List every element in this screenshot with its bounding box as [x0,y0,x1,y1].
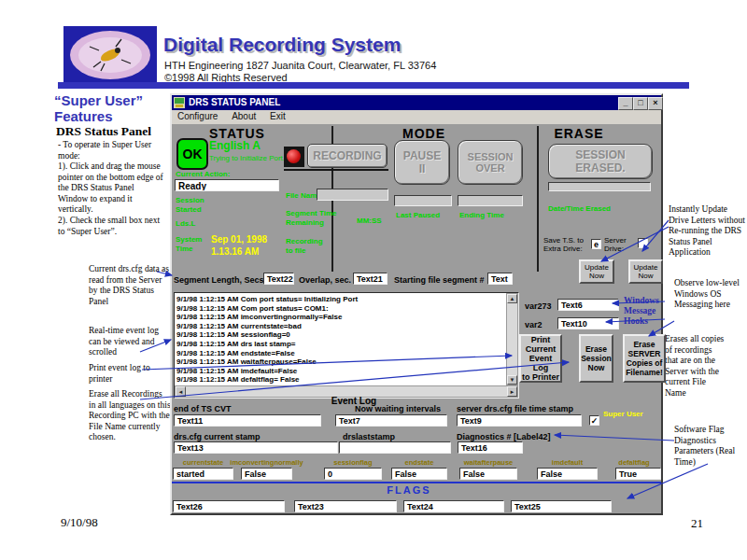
flag-header: defaltflag [601,458,667,467]
server-stamp-field[interactable]: Text9 [457,414,582,427]
bottom-text-field[interactable]: Text23 [294,500,397,512]
starting-segment-label: Starting file segment # [394,275,485,285]
log-line: 9/1/98 1:12:15 AM Com port status= COM1: [176,304,494,314]
waiting-intervals-label: Now waiting intervals [355,404,441,413]
server-drive-checkbox[interactable] [638,238,648,248]
port-message: Trying to Initialize Port. [209,154,285,163]
print-event-log-button[interactable]: Print Current Event Log to Printer [519,334,562,383]
section-divider [537,126,539,272]
fly-logo-icon [63,26,157,84]
starting-segment-field[interactable]: Text [487,273,513,285]
scroll-down-icon[interactable]: ▼ [507,375,517,385]
flags-divider-line [172,482,661,483]
window-titlebar[interactable]: DRS STATUS PANEL _ □ × [172,95,661,110]
recording-button[interactable]: RECORDING [307,144,388,168]
update-now-button-1[interactable]: Update Now [579,259,614,284]
instructions-text: - To operate in Super User mode: 1). Cli… [58,140,164,237]
annotation-software-flags: Software Flag Diagnostics Parameters (Re… [674,425,741,468]
segment-time-value: MM:SS [357,217,382,226]
menu-exit[interactable]: Exit [264,110,291,122]
save-ts-label: Save T.S. to Extra Drive: [543,236,584,253]
flag-value-field[interactable]: started [173,468,233,480]
flag-value-field[interactable]: True [615,468,661,480]
scroll-left-icon[interactable]: ◄ [176,386,186,397]
erase-server-copies-button[interactable]: Erase SERVER Copies of Filename! [623,334,666,383]
bottom-text-field[interactable]: Text25 [511,500,612,512]
var273-field[interactable]: Text6 [557,299,619,311]
drs-status-panel-window: DRS STATUS PANEL _ □ × Configure About E… [170,93,663,515]
maximize-button[interactable]: □ [633,97,648,110]
var2-field[interactable]: Text10 [557,317,619,329]
current-action-label: Current Action: [176,170,230,179]
vertical-scrollbar[interactable]: ▲ ▼ [506,293,518,385]
end-ts-cvt-field[interactable]: Text11 [174,414,321,427]
server-drive-label: Server Drive: [604,236,627,253]
scroll-right-icon[interactable]: ► [507,386,517,397]
super-user-checkbox[interactable]: ✓ [589,415,599,426]
erase-session-now-button[interactable]: Erase Session Now [579,334,613,383]
slide-heading: “Super User” Features [54,93,176,125]
bottom-text-field[interactable]: Text26 [173,500,285,512]
log-line: 9/1/98 1:12:15 AM sessionflag=0 [176,330,494,340]
flag-value-field[interactable]: False [537,468,598,480]
diagnostics-field[interactable]: Text16 [458,441,523,454]
var273-label: var273 [525,301,552,311]
log-line: 9/1/98 1:12:15 AM Com port status= Initi… [176,295,494,304]
system-date-value: Sep 01, 1998 [211,234,267,245]
erase-section-heading: ERASE [542,126,616,141]
drslaststamp-field[interactable] [339,441,451,454]
annotation-drscfg: Current drs.cfg data as read from the Se… [89,264,171,307]
app-icon [174,97,185,108]
log-line: 9/1/98 1:12:15 AM drs last stamp= [176,340,494,349]
menu-configure[interactable]: Configure [172,110,223,122]
window-title: DRS STATUS PANEL [189,97,280,107]
segment-length-field[interactable]: Text22 [263,273,294,285]
slide-subheading: DRS Status Panel [56,124,151,139]
flag-value-field[interactable]: False [391,468,447,480]
erase-status-field[interactable] [548,182,651,191]
flag-header: imdefault [523,458,612,467]
segment-length-label: Segment Length, Secs. [174,275,266,285]
extra-drive-checkbox[interactable]: e [591,239,601,249]
annotation-update-drive: Instantly Update Drive Letters without R… [669,204,745,259]
session-over-button[interactable]: SESSION OVER [458,140,523,185]
language-label: English A [209,139,261,152]
flag-value-field[interactable]: False [459,468,517,480]
ok-indicator-button[interactable]: OK [176,138,208,170]
recording-led-icon [284,147,304,167]
recording-to-file-label: Recording to file [286,237,323,255]
file-name-field[interactable] [317,189,388,201]
slide: Digital Recording System HTH Engineering… [0,0,747,560]
server-stamp-label: server drs.cfg file time stamp [457,404,573,413]
session-erased-button[interactable]: SESSION ERASED. [548,144,653,179]
event-log-listbox[interactable]: 9/1/98 1:12:15 AM Com port status= Initi… [174,292,519,399]
log-line: 9/1/98 1:12:15 AM endstate=False [176,349,494,358]
recording-underline [284,169,388,171]
page-title: Digital Recording System [163,34,401,56]
waiting-intervals-field[interactable]: Text7 [335,414,447,427]
minimize-button[interactable]: _ [618,97,633,110]
log-line: 9/1/98 1:12:15 AM imconvertingnormally=F… [176,313,494,322]
slide-date: 9/10/98 [61,515,98,530]
log-line: 9/1/98 1:12:15 AM waitafterpause=False [176,357,494,367]
annotation-os-messaging: Observe low-level Windows OS Messaging h… [674,278,741,311]
ending-time-field[interactable] [458,195,523,206]
flag-value-field[interactable]: 0 [324,468,382,480]
pause-button[interactable]: PAUSE II [394,140,450,185]
flag-value-field[interactable]: False [241,468,292,480]
bottom-text-field[interactable]: Text24 [403,500,504,512]
close-button[interactable]: × [648,97,663,110]
current-action-field[interactable]: Ready [175,179,279,191]
menu-about[interactable]: About [226,110,261,122]
slide-page-number: 21 [691,516,703,531]
update-now-button-2[interactable]: Update Now [628,259,663,284]
annotation-eventlog: Real-time event log can be viewed and sc… [89,326,171,358]
var2-label: var2 [525,320,543,329]
company-logo [63,26,157,84]
current-stamp-label: drs.cfg current stamp [174,432,261,441]
session-started-label: Session Started [176,196,204,214]
overlap-field[interactable]: Text21 [353,273,388,285]
last-paused-field[interactable] [394,195,452,206]
current-stamp-field[interactable]: Text13 [174,441,338,454]
scroll-up-icon[interactable]: ▲ [507,294,517,303]
